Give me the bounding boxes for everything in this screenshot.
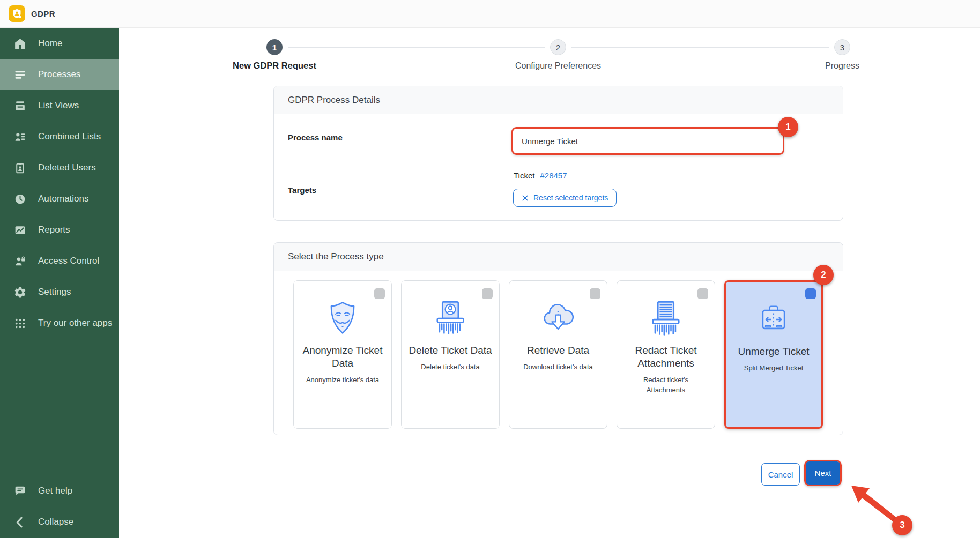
option-title: Anonymize Ticket Data [294,344,391,370]
option-checkbox[interactable] [805,288,816,299]
step-circle-1: 1 [266,39,283,55]
sidebar-item-label: Try our other apps [38,318,112,329]
sidebar-item-collapse[interactable]: Collapse [0,506,119,538]
row-divider [274,160,843,160]
close-icon [522,195,529,202]
split-ticket-icon [753,299,794,340]
sidebar-spacer [0,339,119,475]
sidebar-item-label: Home [38,38,62,49]
sidebar-item-combined-lists[interactable]: Combined Lists [0,121,119,152]
step-circle-3: 3 [834,39,850,55]
sidebar-item-processes[interactable]: Processes [0,59,119,90]
sidebar-item-label: Automations [38,193,89,204]
next-button[interactable]: Next [806,461,840,485]
sidebar-item-label: Settings [38,287,71,297]
select-process-type-card: Select the Process type Ano [273,242,843,435]
annotation-badge-3: 3 [892,515,912,535]
details-card-header: GDPR Process Details [274,86,843,114]
option-checkbox[interactable] [697,288,708,299]
sidebar-item-list-views[interactable]: List Views [0,90,119,121]
sidebar-item-label: Access Control [38,256,99,266]
option-checkbox[interactable] [374,288,385,299]
processes-icon [13,68,27,81]
step-label-2: Configure Preferences [515,61,601,71]
targets-label: Targets [288,185,316,195]
process-option-delete-ticket-data[interactable]: Delete Ticket Data Delete ticket's data [401,280,500,429]
sidebar-item-label: Deleted Users [38,162,96,173]
option-title: Redact Ticket Attachments [617,344,715,370]
step-label-1: New GDPR Request [233,61,316,71]
cancel-button-label: Cancel [768,470,793,479]
process-name-label: Process name [288,133,343,142]
reports-icon [13,223,27,237]
sidebar-item-deleted-users[interactable]: Deleted Users [0,152,119,183]
sidebar-item-home[interactable]: Home [0,28,119,59]
option-title: Delete Ticket Data [404,344,496,357]
details-card-title: GDPR Process Details [288,95,380,106]
sidebar-item-label: Processes [38,69,80,80]
target-ticket-line: Ticket#28457 [514,171,567,180]
settings-icon [13,286,27,299]
target-type: Ticket [514,171,534,180]
app-title: GDPR [31,9,55,18]
option-subtitle: Anonymize ticket's data [300,375,385,385]
process-name-input[interactable] [521,136,775,146]
cancel-button[interactable]: Cancel [761,463,800,486]
sidebar-item-access-control[interactable]: Access Control [0,245,119,277]
type-card-header: Select the Process type [274,243,843,271]
home-icon [13,37,27,50]
top-bar: GDPR [0,0,980,28]
step-connector [571,47,829,48]
option-subtitle: Redact ticket's Attachments [617,375,715,396]
chat-icon [13,485,27,498]
sidebar-item-reports[interactable]: Reports [0,214,119,245]
process-option-retrieve-data[interactable]: Retrieve Data Download ticket's data [509,280,607,429]
process-option-redact-ticket-attachments[interactable]: Redact Ticket Attachments Redact ticket'… [617,280,715,429]
option-subtitle: Split Merged Ticket [738,363,810,374]
sidebar-item-settings[interactable]: Settings [0,277,119,308]
sidebar-item-label: Combined Lists [38,131,101,142]
collapse-icon [13,516,27,529]
option-checkbox[interactable] [590,288,600,299]
step-circle-2: 2 [550,39,566,55]
shredder-document-icon [645,298,686,339]
ticket-link[interactable]: #28457 [540,171,567,180]
list-views-icon [13,99,27,113]
annotation-badge-1: 1 [778,117,798,137]
gdpr-process-details-card: GDPR Process Details Process name Target… [273,86,843,221]
automations-icon [13,192,27,206]
sidebar-item-get-help[interactable]: Get help [0,475,119,506]
option-subtitle: Download ticket's data [517,362,599,372]
reset-targets-button[interactable]: Reset selected targets [513,189,617,207]
deleted-users-icon [13,161,27,175]
process-option-anonymize-ticket-data[interactable]: Anonymize Ticket Data Anonymize ticket's… [293,280,392,429]
sidebar: Home Processes List Views Combined Lists… [0,28,119,538]
reset-targets-label: Reset selected targets [533,193,608,202]
option-title: Retrieve Data [523,344,593,357]
option-subtitle: Delete ticket's data [414,362,486,372]
sidebar-item-label: Collapse [38,517,73,527]
process-type-options: Anonymize Ticket Data Anonymize ticket's… [293,280,823,429]
sidebar-item-label: Reports [38,225,70,235]
apps-grid-icon [13,317,27,330]
sidebar-item-label: Get help [38,486,72,496]
step-connector [288,47,545,48]
gdpr-logo [9,5,25,22]
option-checkbox[interactable] [482,288,493,299]
shredder-photo-icon [430,298,471,339]
next-button-label: Next [815,468,831,478]
sidebar-item-automations[interactable]: Automations [0,183,119,214]
annotation-badge-2: 2 [813,265,834,285]
anonymize-mask-icon [322,298,363,339]
access-control-icon [13,255,27,268]
process-name-input-highlight [511,127,784,155]
process-option-unmerge-ticket[interactable]: Unmerge Ticket Split Merged Ticket [724,280,823,429]
option-title: Unmerge Ticket [733,345,813,358]
step-label-3: Progress [825,61,859,71]
sidebar-item-label: List Views [38,100,79,111]
combined-lists-icon [13,130,27,144]
shield-person-icon [11,8,23,19]
gdpr-app-window: GDPR Home Processes List Views Combined … [0,0,980,544]
sidebar-item-try-other-apps[interactable]: Try our other apps [0,308,119,339]
type-card-title: Select the Process type [288,251,384,262]
